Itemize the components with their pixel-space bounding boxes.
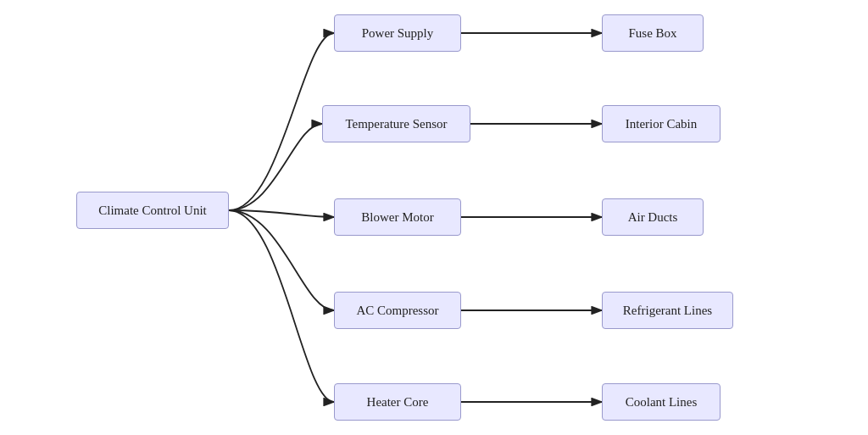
node-heater_core: Heater Core [334, 383, 461, 421]
node-label-air_ducts: Air Ducts [628, 210, 678, 225]
node-fuse_box: Fuse Box [602, 14, 704, 52]
node-interior_cabin: Interior Cabin [602, 105, 721, 142]
connection-climate_control-heater_core [229, 210, 334, 402]
node-label-coolant_lines: Coolant Lines [626, 395, 698, 410]
node-label-heater_core: Heater Core [367, 395, 429, 410]
node-label-blower_motor: Blower Motor [361, 210, 433, 225]
node-coolant_lines: Coolant Lines [602, 383, 721, 421]
node-climate_control: Climate Control Unit [76, 192, 229, 229]
node-power_supply: Power Supply [334, 14, 461, 52]
node-label-power_supply: Power Supply [362, 26, 434, 41]
node-label-ac_compressor: AC Compressor [356, 304, 438, 318]
node-label-temperature_sensor: Temperature Sensor [345, 117, 447, 131]
node-ac_compressor: AC Compressor [334, 292, 461, 329]
connection-climate_control-power_supply [229, 33, 334, 210]
node-refrigerant_lines: Refrigerant Lines [602, 292, 733, 329]
connection-climate_control-temperature_sensor [229, 124, 322, 210]
node-blower_motor: Blower Motor [334, 198, 461, 236]
connection-climate_control-ac_compressor [229, 210, 334, 310]
connection-climate_control-blower_motor [229, 210, 334, 217]
node-air_ducts: Air Ducts [602, 198, 704, 236]
diagram-container: Climate Control UnitPower SupplyTemperat… [0, 0, 868, 435]
node-label-fuse_box: Fuse Box [628, 26, 676, 41]
node-label-interior_cabin: Interior Cabin [626, 117, 698, 131]
node-label-climate_control: Climate Control Unit [98, 204, 207, 218]
node-label-refrigerant_lines: Refrigerant Lines [623, 304, 712, 318]
node-temperature_sensor: Temperature Sensor [322, 105, 470, 142]
